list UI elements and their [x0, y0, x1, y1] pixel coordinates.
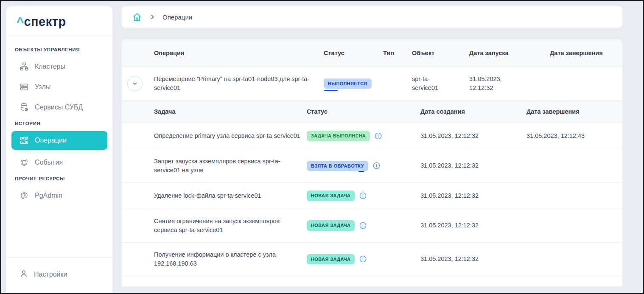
sidebar-item-label: PgAdmin [35, 192, 62, 199]
col-task-status: Статус [307, 101, 420, 123]
logo-text: спектр [24, 15, 66, 28]
col-object: Объект [412, 39, 469, 67]
sidebar-item-db-services[interactable]: Сервисы СУБД [6, 97, 112, 118]
sidebar-item-pgadmin[interactable]: PgAdmin [6, 185, 112, 206]
col-type: Тип [383, 39, 412, 67]
task-status-cell: ЗАДАЧА ВЫПОЛНЕНА [307, 123, 420, 149]
sidebar-item-label: События [35, 159, 63, 166]
info-icon[interactable] [374, 132, 382, 140]
main-content: Операции Операция Статус Тип Объект Дата… [122, 6, 622, 286]
task-created: 31.05.2023, 12:12:32 [420, 183, 526, 209]
sidebar-nav: ОБЪЕКТЫ УПРАВЛЕНИЯ Кластеры [6, 36, 112, 258]
task-status-cell: ВЗЯТА В ОБРАБОТКУ [307, 149, 420, 182]
col-task: Задача [154, 101, 307, 123]
header-spacer [122, 101, 154, 123]
sidebar-item-events[interactable]: События [6, 152, 112, 173]
user-icon [19, 269, 28, 280]
sidebar: ^спектр ОБЪЕКТЫ УПРАВЛЕНИЯ Кластеры [6, 6, 112, 293]
status-badge: НОВАЯ ЗАДАЧА [307, 190, 355, 201]
task-created: 31.05.2023, 12:12:32 [420, 209, 526, 242]
task-finished: 31.05.2023, 12:12:43 [526, 123, 622, 149]
info-icon[interactable] [372, 162, 381, 170]
task-status-cell: НОВАЯ ЗАДАЧА [307, 243, 420, 276]
section-title-objects: ОБЪЕКТЫ УПРАВЛЕНИЯ [6, 44, 112, 56]
status-badge: ВЗЯТА В ОБРАБОТКУ [307, 161, 368, 171]
info-icon[interactable] [359, 221, 367, 230]
task-status-cell: НОВАЯ ЗАДАЧА [307, 183, 420, 209]
task-row: Удаление lock-файла spr-ta-service01 НОВ… [122, 183, 622, 209]
events-icon [19, 157, 29, 168]
task-name: Снятие ограничения на запуск экземпляров… [154, 209, 307, 242]
col-created: Дата создания [420, 101, 526, 123]
nodes-icon [19, 82, 29, 92]
col-status: Статус [324, 39, 383, 67]
col-finished: Дата завершения [550, 39, 609, 67]
settings-label: Настройки [34, 271, 67, 278]
sidebar-item-clusters[interactable]: Кластеры [6, 56, 112, 77]
operation-finished [550, 67, 622, 100]
chevron-right-icon [149, 14, 156, 20]
task-name: Определение primary узла сервиса spr-ta-… [154, 123, 307, 149]
task-name: Получение информации о кластере с узла 1… [154, 243, 307, 276]
task-finished [526, 209, 622, 242]
breadcrumb: Операции [122, 6, 622, 28]
app-window: ^спектр ОБЪЕКТЫ УПРАВЛЕНИЯ Кластеры [0, 0, 644, 294]
operation-type [383, 67, 412, 100]
status-badge: НОВАЯ ЗАДАЧА [307, 254, 355, 265]
task-name: Запрет запуска экземпляров сервиса spr-t… [154, 149, 307, 182]
task-row: Снятие ограничения на запуск экземпляров… [122, 209, 622, 243]
operations-icon [19, 135, 29, 146]
operation-name: Перемещение "Primary" на spr-ta01-node03… [154, 67, 324, 100]
sidebar-item-label: Сервисы СУБД [35, 104, 83, 111]
task-finished [526, 149, 622, 182]
table-bottom-spacer [122, 276, 622, 286]
operation-row: Перемещение "Primary" на spr-ta01-node03… [122, 67, 622, 101]
col-task-finished: Дата завершения [526, 101, 622, 123]
operation-status-cell: ВЫПОЛНЯЕТСЯ [324, 67, 383, 100]
task-created: 31.05.2023, 12:12:32 [420, 243, 526, 276]
operations-table: Операция Статус Тип Объект Дата запуска … [122, 39, 622, 286]
task-name: Удаление lock-файла spr-ta-service01 [154, 183, 307, 209]
collapse-row-button[interactable] [127, 76, 143, 91]
clusters-icon [19, 62, 29, 72]
task-row: Определение primary узла сервиса spr-ta-… [122, 123, 622, 149]
col-operation: Операция [154, 39, 324, 67]
sidebar-item-label: Кластеры [35, 63, 65, 70]
sidebar-item-nodes[interactable]: Узлы [6, 77, 112, 97]
section-title-history: ИСТОРИЯ [6, 118, 112, 130]
logo: ^спектр [6, 6, 112, 36]
logo-caret: ^ [17, 15, 24, 28]
sidebar-item-label: Операции [35, 137, 67, 144]
status-badge: НОВАЯ ЗАДАЧА [307, 220, 355, 231]
task-row: Запрет запуска экземпляров сервиса spr-t… [122, 149, 622, 183]
task-finished [526, 183, 622, 209]
status-badge: ЗАДАЧА ВЫПОЛНЕНА [307, 131, 370, 141]
col-started: Дата запуска [469, 39, 550, 67]
operations-header-row: Операция Статус Тип Объект Дата запуска … [122, 39, 622, 67]
info-icon[interactable] [359, 255, 367, 263]
info-icon[interactable] [359, 192, 367, 200]
section-title-other: ПРОЧИЕ РЕСУРСЫ [6, 173, 112, 185]
task-created: 31.05.2023, 12:12:32 [420, 149, 526, 182]
header-spacer [122, 39, 154, 67]
task-created: 31.05.2023, 12:12:32 [420, 123, 526, 149]
expand-cell [122, 67, 154, 100]
db-services-icon [19, 102, 29, 112]
tasks-header-row: Задача Статус Дата создания Дата заверше… [122, 101, 622, 123]
pgadmin-icon [19, 190, 29, 201]
sidebar-item-operations[interactable]: Операции [11, 131, 107, 150]
operation-started: 31.05.2023, 12:12:32 [469, 67, 524, 100]
task-finished [526, 243, 622, 276]
home-icon[interactable] [132, 12, 142, 22]
task-row: Получение информации о кластере с узла 1… [122, 243, 622, 276]
breadcrumb-current: Операции [162, 14, 192, 21]
status-badge: ВЫПОЛНЯЕТСЯ [324, 78, 372, 89]
operation-object: spr-ta-service01 [412, 67, 459, 100]
sidebar-item-label: Узлы [35, 83, 50, 91]
sidebar-item-settings[interactable]: Настройки [6, 258, 112, 293]
task-status-cell: НОВАЯ ЗАДАЧА [307, 209, 420, 242]
